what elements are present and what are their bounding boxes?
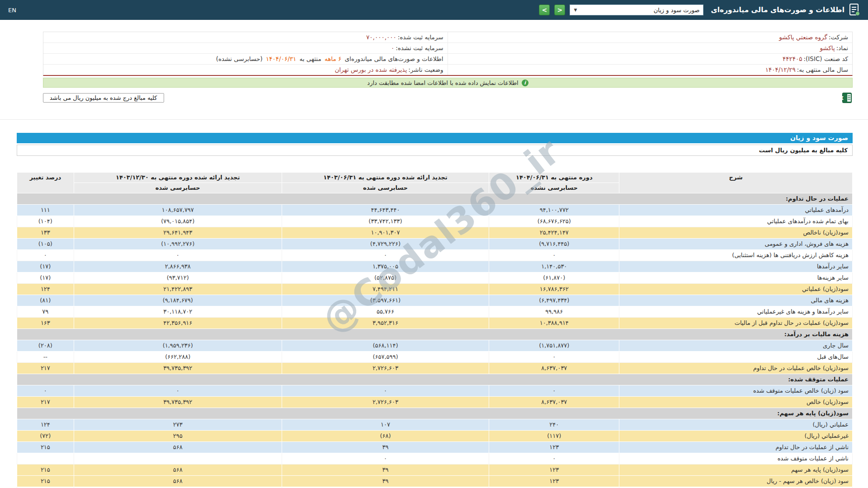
period-value: (۹۳,۷۱۲) bbox=[74, 272, 282, 284]
period-value: (۶,۴۹۷,۴۳۴) bbox=[489, 295, 619, 306]
period-value: ۰ bbox=[74, 250, 282, 261]
svg-text:X: X bbox=[842, 95, 844, 101]
percent-change-value: (۱۰۴) bbox=[17, 216, 74, 227]
table-row: سود(زیان) پایه هر سهم۱۲۳۳۹۵۶۸۲۱۵ bbox=[17, 465, 853, 476]
period-value: ۱۰,۳۸۸,۹۱۴ bbox=[489, 318, 619, 329]
row-label: ناشي از عملیات متوقف شده bbox=[619, 453, 853, 465]
period-value: ۹۹,۹۸۶ bbox=[489, 306, 619, 318]
row-label: درآمدهای عملیاتي bbox=[619, 205, 853, 216]
period-value: ۲۹۵ bbox=[74, 431, 282, 442]
registered-capital-field: سرمایه ثبت شده:۷۰,۰۰۰,۰۰۰ bbox=[43, 32, 448, 43]
period-value: (۶۸) bbox=[282, 431, 489, 442]
period-value: (۹,۱۸۴,۶۷۹) bbox=[74, 295, 282, 306]
period-value: (۱,۷۵۱,۸۷۷) bbox=[489, 340, 619, 352]
period-value: (۷۹,۰۱۵,۸۵۴) bbox=[74, 216, 282, 227]
info-icon: i bbox=[522, 80, 528, 86]
period-value: ۲۵,۴۲۴,۱۴۷ bbox=[489, 227, 619, 239]
col-subheader-audited-2: حسابرسی شده bbox=[74, 183, 282, 193]
percent-change-value: ۲۱۷ bbox=[17, 397, 74, 408]
percent-change-value: ۱۶۳ bbox=[17, 318, 74, 329]
row-label: سود(زیان) خالص bbox=[619, 397, 853, 408]
percent-change-value: ۲۱۵ bbox=[17, 476, 74, 487]
percent-change-value: ۷۹ bbox=[17, 306, 74, 318]
signed-info-message: اطلاعات نمایش داده شده با اطلاعات امضا ش… bbox=[367, 80, 518, 86]
table-row: سایر درآمدها۱,۱۴۰,۵۳۰۱,۳۷۵,۰۰۵۲,۸۶۶,۹۳۸(… bbox=[17, 261, 853, 272]
period-value: (۳۳,۷۴۲,۱۳۳) bbox=[282, 216, 489, 227]
period-value: ۰ bbox=[282, 385, 489, 397]
publisher-status-label: وضعیت ناشر: bbox=[408, 66, 443, 73]
period-value: ۱۰۸,۶۵۷,۷۹۷ bbox=[74, 205, 282, 216]
publisher-status-field: وضعیت ناشر:پذیرفته شده در بورس تهران bbox=[43, 65, 448, 75]
col-header-percent-change: درصد تغییر bbox=[17, 173, 74, 193]
period-info-date: ۱۴۰۴/۰۶/۳۱ bbox=[266, 55, 296, 62]
table-row: سال‌های قبل۰(۶۵۷,۵۹۹)(۶۶۲,۲۸۸)-- bbox=[17, 352, 853, 363]
period-info-suffix: (حسابرسی نشده) bbox=[216, 55, 263, 62]
statement-type-dropdown[interactable]: صورت سود و زیان ▼ bbox=[570, 5, 703, 15]
row-label: سود(زیان) خالص عملیات در حال تداوم bbox=[619, 363, 853, 374]
section-header-row: سود(زیان) پایه هر سهم: bbox=[17, 408, 853, 419]
unregistered-capital-label: سرمایه ثبت نشده: bbox=[396, 44, 443, 52]
period-info-middle: منتهی به bbox=[300, 55, 321, 62]
period-value: ۳۹,۷۳۵,۳۹۲ bbox=[74, 397, 282, 408]
period-value: ۵۶۸ bbox=[74, 476, 282, 487]
fiscal-year-value: ۱۴۰۴/۱۲/۲۹ bbox=[765, 66, 796, 73]
period-value: ۰ bbox=[74, 385, 282, 397]
company-name-label: شرکت: bbox=[829, 33, 848, 41]
col-header-period-current: دوره منتهی به ۱۴۰۴/۰۶/۳۱ bbox=[489, 173, 619, 183]
row-label: سال جاری bbox=[619, 340, 853, 352]
row-label: سود (زیان) خالص عملیات متوقف شده bbox=[619, 385, 853, 397]
percent-change-value: (۱۷) bbox=[17, 272, 74, 284]
period-value: ۳۹ bbox=[282, 476, 489, 487]
row-label: سایر هزینه‌ها bbox=[619, 272, 853, 284]
table-row: سایر هزینه‌ها(۶۱,۸۷۰)(۵۲,۸۷۵)(۹۳,۷۱۲)(۱۷… bbox=[17, 272, 853, 284]
period-value: (۶۱,۸۷۰) bbox=[489, 272, 619, 284]
codal-statement-page: { "header": { "title": "اطلاعات و صورت‌ه… bbox=[0, 0, 868, 488]
table-row: هزینه های مالی(۶,۴۹۷,۴۳۴)(۳,۵۹۷,۶۶۱)(۹,۱… bbox=[17, 295, 853, 306]
percent-change-value: ۲۱۵ bbox=[17, 465, 74, 476]
row-label: سال‌های قبل bbox=[619, 352, 853, 363]
language-switch-link[interactable]: EN bbox=[8, 7, 16, 14]
statement-units-note: کلیه مبالغ به میلیون ریال است bbox=[17, 145, 853, 156]
table-row: سود(زیان) خالص۸,۶۳۷,۰۳۷۲,۷۲۶,۶۰۳۳۹,۷۳۵,۳… bbox=[17, 397, 853, 408]
col-subheader-audited-1: حسابرسی شده bbox=[282, 183, 489, 193]
table-row: ناشي از عملیات متوقف شده۰۰ bbox=[17, 453, 853, 465]
period-value: ۸,۶۳۷,۰۳۷ bbox=[489, 363, 619, 374]
table-row: سایر درآمدها و هزینه های غیرعملیاتي۹۹,۹۸… bbox=[17, 306, 853, 318]
col-header-description: شرح bbox=[619, 173, 853, 193]
table-row: غیرعملیاتي (ریال)(۱۱۷)(۶۸)۲۹۵(۷۲) bbox=[17, 431, 853, 442]
table-row: سود (زیان) خالص هر سهم - ریال۱۲۳۳۹۵۶۸۲۱۵ bbox=[17, 476, 853, 487]
period-value: ۲,۷۲۶,۶۰۳ bbox=[282, 363, 489, 374]
period-value: (۱۰,۹۹۲,۲۷۶) bbox=[74, 239, 282, 250]
section-header-row: عملیات در حال تداوم: bbox=[17, 193, 853, 205]
period-value: ۱۶,۷۸۶,۳۶۲ bbox=[489, 284, 619, 295]
period-value: (۶۸,۶۷۶,۶۲۵) bbox=[489, 216, 619, 227]
percent-change-value: -- bbox=[17, 352, 74, 363]
col-subheader-unaudited: حسابرسی نشده bbox=[489, 183, 619, 193]
percent-change-value: ۱۳۳ bbox=[17, 227, 74, 239]
symbol-value: پاکشو bbox=[820, 44, 835, 52]
row-label: سود(زیان) پایه هر سهم bbox=[619, 465, 853, 476]
next-statement-button[interactable]: > bbox=[554, 5, 565, 15]
statement-title-bar: صورت سود و زیان bbox=[17, 133, 853, 143]
period-value: ۳۹,۷۳۵,۳۹۲ bbox=[74, 363, 282, 374]
period-value: ۳۹ bbox=[282, 442, 489, 453]
excel-export-icon[interactable]: X bbox=[842, 93, 852, 103]
fiscal-year-label: سال مالی منتهی به: bbox=[797, 66, 848, 73]
unregistered-capital-value: ۰ bbox=[391, 44, 394, 52]
percent-change-value: ۲۱۵ bbox=[17, 442, 74, 453]
row-label: سایر درآمدها و هزینه های غیرعملیاتي bbox=[619, 306, 853, 318]
statement-type-selected-value: صورت سود و زیان bbox=[654, 7, 700, 14]
period-value: ۳۰,۱۱۸,۷۰۲ bbox=[74, 306, 282, 318]
previous-statement-button[interactable]: < bbox=[539, 5, 550, 15]
period-value: ۱۰۷ bbox=[282, 419, 489, 431]
row-label: هزینه های مالی bbox=[619, 295, 853, 306]
period-value: ۳۹ bbox=[282, 465, 489, 476]
row-label: ناشي از عملیات در حال تداوم bbox=[619, 442, 853, 453]
period-value: ۰ bbox=[489, 352, 619, 363]
period-value: ۲,۷۲۶,۶۰۳ bbox=[282, 397, 489, 408]
table-header: شرح دوره منتهی به ۱۴۰۴/۰۶/۳۱ تجدید ارائه… bbox=[17, 173, 853, 193]
table-row: درآمدهای عملیاتي۹۴,۱۰۰,۷۷۲۴۴,۶۴۳,۴۴۰۱۰۸,… bbox=[17, 205, 853, 216]
period-value: ۳,۹۵۲,۳۱۶ bbox=[282, 318, 489, 329]
table-row: بهای تمام شده درآمدهای عملیاتي(۶۸,۶۷۶,۶۲… bbox=[17, 216, 853, 227]
section-label: سود(زیان) پایه هر سهم: bbox=[17, 408, 853, 419]
